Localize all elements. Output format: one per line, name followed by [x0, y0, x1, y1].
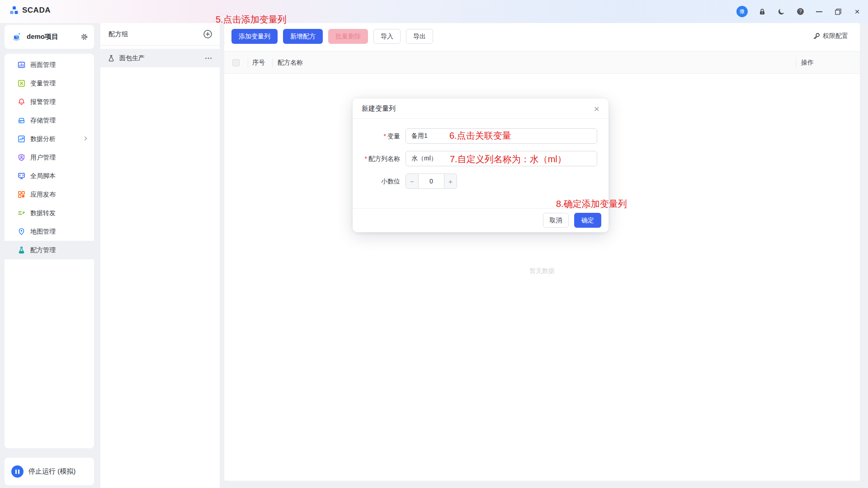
topbar: SCADA 微 ? ×	[0, 0, 868, 23]
sidebar-item-recipes[interactable]: 配方管理	[5, 241, 94, 259]
permission-config-button[interactable]: 权限配置	[813, 32, 848, 40]
storage-drive-icon	[18, 117, 25, 124]
sidebar-item-label: 变量管理	[30, 80, 56, 88]
global-script-monitor-icon	[18, 172, 25, 180]
more-actions-icon[interactable]	[204, 54, 212, 62]
variable-table-icon	[18, 80, 25, 87]
select-all-checkbox[interactable]	[232, 59, 240, 66]
group-item-label: 面包生产	[119, 54, 200, 62]
decimal-places-stepper: − 0 +	[406, 174, 457, 189]
sidebar-item-label: 用户管理	[30, 154, 56, 162]
column-header-index: 序号	[252, 52, 265, 74]
sidebar-item-maps[interactable]: 地图管理	[5, 222, 94, 241]
window-restore-button[interactable]	[834, 7, 843, 16]
export-button[interactable]: 导出	[406, 29, 433, 44]
required-asterisk: *	[384, 132, 386, 140]
toolbar: 添加变量列 新增配方 批量删除 导入 导出	[231, 29, 433, 44]
project-settings-gear-icon[interactable]	[80, 33, 88, 41]
flask-icon	[108, 55, 115, 62]
app-publish-grid-icon	[18, 191, 25, 198]
confirm-button[interactable]: 确定	[574, 213, 601, 228]
sidebar-item-label: 存储管理	[30, 117, 56, 125]
batch-delete-button[interactable]: 批量删除	[328, 29, 368, 44]
app-title: SCADA	[22, 6, 51, 15]
sidebar-item-alarms[interactable]: 报警管理	[5, 93, 94, 111]
annotation-step6: 6.点击关联变量	[449, 130, 511, 142]
cancel-button[interactable]: 取消	[543, 213, 569, 228]
data-forward-icon	[18, 209, 25, 217]
window-close-button[interactable]: ×	[853, 7, 862, 16]
sidebar-item-label: 画面管理	[30, 61, 56, 69]
dark-mode-moon-icon[interactable]	[777, 7, 786, 16]
modal-footer: 取消 确定	[353, 208, 609, 232]
add-variable-column-button[interactable]: 添加变量列	[231, 29, 278, 44]
project-name: demo项目	[27, 33, 76, 41]
stop-run-button[interactable]: 停止运行 (模拟)	[5, 458, 94, 485]
variable-field-label: *变量	[353, 128, 400, 144]
map-pin-icon	[18, 228, 25, 235]
sidebar-item-app-publish[interactable]: 应用发布	[5, 185, 94, 204]
sidebar-item-users[interactable]: 用户管理	[5, 148, 94, 167]
sidebar-item-data-analysis[interactable]: 数据分析	[5, 130, 94, 148]
alarm-bell-icon	[18, 98, 25, 106]
sidebar-item-label: 应用发布	[30, 191, 56, 199]
screen-chart-icon	[18, 61, 25, 69]
decimal-places-value[interactable]: 0	[419, 174, 444, 189]
column-name-field-label: *配方列名称	[353, 151, 400, 166]
window-minimize-button[interactable]	[815, 7, 824, 16]
pause-icon	[11, 465, 24, 478]
sidebar-item-global-script[interactable]: 全局脚本	[5, 167, 94, 185]
column-header-recipe-name: 配方名称	[278, 52, 303, 74]
scada-app-window: SCADA 微 ? × demo	[0, 0, 868, 488]
annotation-step5: 5.点击添加变量列	[216, 14, 287, 26]
required-asterisk: *	[365, 155, 367, 162]
sidebar-item-label: 数据转发	[30, 209, 56, 217]
modal-close-icon[interactable]: ×	[594, 104, 599, 113]
add-group-plus-icon[interactable]	[203, 29, 212, 39]
sidebar-item-screens[interactable]: 画面管理	[5, 56, 94, 74]
divider	[100, 45, 220, 46]
sidebar-item-label: 报警管理	[30, 98, 56, 106]
annotation-step7: 7.自定义列名称为：水（ml）	[450, 153, 566, 165]
sidebar-item-variables[interactable]: 变量管理	[5, 74, 94, 93]
sidebar-item-label: 地图管理	[30, 228, 56, 236]
import-button[interactable]: 导入	[373, 29, 401, 44]
wechat-badge-icon[interactable]: 微	[736, 6, 748, 17]
recipe-main-panel: 添加变量列 新增配方 批量删除 导入 导出 权限配置 序号 配方名称 操作 暂无…	[224, 23, 860, 481]
project-cube-icon	[10, 31, 23, 43]
modal-title: 新建变量列	[362, 104, 594, 113]
permission-config-label: 权限配置	[823, 32, 848, 40]
annotation-step8: 8.确定添加变量列	[556, 198, 627, 210]
decimal-places-label: 小数位	[353, 174, 400, 189]
decimal-places-field-row: 小数位 − 0 +	[353, 174, 609, 189]
data-analysis-icon	[18, 135, 25, 143]
recipe-groups-panel: 配方组 面包生产	[100, 23, 220, 488]
sidebar-menu: 画面管理 变量管理 报警管理 存储管理 数据分析 用户管理 全局脚	[5, 54, 94, 448]
table-header: 序号 配方名称 操作	[224, 51, 860, 74]
add-recipe-button[interactable]: 新增配方	[283, 29, 323, 44]
sidebar-item-data-forward[interactable]: 数据转发	[5, 204, 94, 222]
sidebar-item-label: 数据分析	[30, 135, 56, 143]
key-icon	[813, 33, 820, 40]
recipe-flask-icon	[18, 246, 25, 254]
project-card: demo项目	[5, 25, 94, 49]
stepper-decrease-button[interactable]: −	[406, 174, 419, 189]
app-logo: SCADA	[9, 5, 51, 15]
user-shield-icon	[18, 154, 25, 161]
run-state-label: 停止运行 (模拟)	[28, 467, 75, 476]
sidebar-item-label: 全局脚本	[30, 172, 56, 180]
stepper-increase-button[interactable]: +	[444, 174, 457, 189]
empty-table-placeholder: 暂无数据	[224, 267, 860, 275]
sidebar-item-storage[interactable]: 存储管理	[5, 111, 94, 130]
groups-panel-title: 配方组	[108, 30, 203, 38]
lock-icon[interactable]	[758, 7, 767, 16]
new-variable-column-modal: 新建变量列 × *变量 备用1 *配方列名称 水（ml） 小数位 − 0 + 取…	[353, 99, 609, 232]
scada-logo-icon	[9, 5, 19, 15]
column-header-actions: 操作	[801, 52, 814, 74]
sidebar-item-label: 配方管理	[30, 246, 56, 254]
svg-text:?: ?	[799, 9, 802, 14]
group-item-bread-production[interactable]: 面包生产	[100, 49, 220, 67]
chevron-right-icon	[83, 136, 89, 141]
help-icon[interactable]: ?	[796, 7, 805, 16]
